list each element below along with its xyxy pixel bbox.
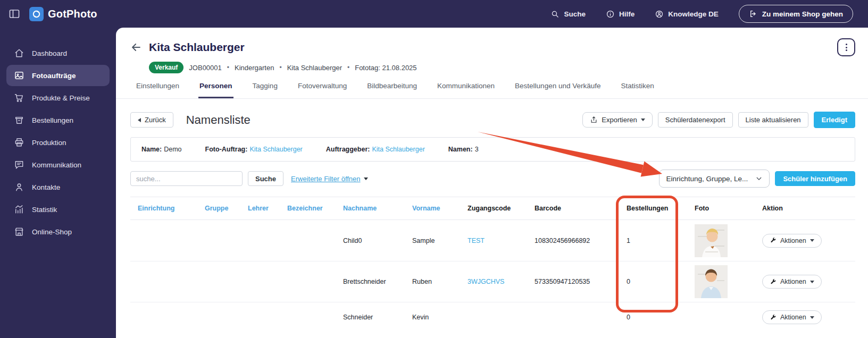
job-tabs: Einstellungen Personen Tagging Fotoverwa… [116, 82, 868, 99]
job-info-bar: Name:Demo Foto-Auftrag:Kita Schlauberger… [130, 137, 855, 162]
back-arrow-icon[interactable] [130, 41, 142, 53]
go-to-shop-button[interactable]: Zu meinem Shop gehen [739, 5, 853, 23]
table-row: Brettschneider Ruben 3WJGCHVS 5733509471… [130, 261, 855, 302]
student-photo[interactable] [695, 265, 728, 298]
gotphoto-logo-icon [29, 7, 44, 21]
caret-down-icon [641, 119, 645, 121]
topbar-nav: Suche Hilfe Knowledge DE Zu meinem Shop … [550, 5, 853, 23]
topbar: GotPhoto Suche Hilfe Knowledge DE Zu mei… [0, 0, 868, 28]
export-icon [590, 116, 598, 124]
add-student-button[interactable]: Schüler hinzufügen [775, 171, 855, 186]
storefront-icon [14, 226, 24, 237]
actions-button[interactable]: Aktionen [762, 275, 822, 289]
export-button[interactable]: Exportieren [582, 112, 652, 128]
job-meta: Verkauf JOB00001 • Kindergarten • Kita S… [149, 62, 855, 73]
stats-icon [14, 204, 24, 215]
table-header-row: Einrichtung Gruppe Lehrer Bezeichner Nac… [130, 197, 855, 220]
cell-zugangscode-link[interactable]: 3WJGCHVS [468, 278, 535, 285]
tab-statistiken[interactable]: Statistiken [620, 82, 655, 98]
col-foto: Foto [695, 205, 762, 212]
brand-name: GotPhoto [48, 8, 97, 20]
photo-job-link[interactable]: Kita Schlauberger [249, 146, 302, 153]
wrench-icon [770, 237, 777, 244]
export-button-label: Exportieren [602, 116, 637, 124]
tab-tagging[interactable]: Tagging [252, 82, 279, 98]
tab-bildbearbeitung[interactable]: Bildbearbeitung [366, 82, 418, 98]
list-title: Namensliste [186, 113, 251, 127]
advanced-filters-label: Erweiterte Filter öffnen [291, 175, 361, 183]
tab-personen[interactable]: Personen [198, 82, 233, 98]
tab-fotoverwaltung[interactable]: Fotoverwaltung [297, 82, 348, 98]
sidebar-item-produkte-preise[interactable]: Produkte & Preise [6, 87, 110, 108]
col-vorname[interactable]: Vorname [412, 205, 468, 212]
refresh-list-label: Liste aktualisieren [746, 116, 801, 124]
cell-vorname: Ruben [412, 278, 468, 285]
refresh-list-button[interactable]: Liste aktualisieren [738, 112, 808, 128]
back-button-label: Zurück [145, 116, 166, 124]
sidebar-item-bestellungen[interactable]: Bestellungen [6, 109, 110, 131]
person-icon [14, 182, 24, 192]
cell-zugangscode-link[interactable]: TEST [468, 237, 535, 244]
search-icon [550, 10, 560, 19]
sidebar-item-kommunikation[interactable]: Kommunikation [6, 154, 110, 175]
col-nachname[interactable]: Nachname [343, 205, 412, 212]
tab-einstellungen[interactable]: Einstellungen [135, 82, 180, 98]
cell-bestellungen: 1 [622, 237, 695, 244]
help-menu-item[interactable]: Hilfe [606, 10, 635, 19]
search-button-label: Suche [255, 175, 276, 183]
sidebar-item-label: Statistik [32, 206, 57, 214]
actions-button[interactable]: Aktionen [762, 234, 822, 248]
sidebar-item-produktion[interactable]: Produktion [6, 132, 110, 153]
col-lehrer[interactable]: Lehrer [248, 205, 287, 212]
cell-nachname: Schneider [343, 314, 412, 321]
tab-kommunikationen[interactable]: Kommunikationen [436, 82, 496, 98]
client-link[interactable]: Kita Schlauberger [372, 146, 424, 153]
sidebar-item-label: Online-Shop [32, 228, 72, 236]
advanced-filters-link[interactable]: Erweiterte Filter öffnen [291, 175, 368, 183]
col-bezeichner[interactable]: Bezeichner [287, 205, 343, 212]
cart-icon [14, 92, 24, 103]
tab-bestellungen-verkaeufe[interactable]: Bestellungen und Verkäufe [514, 82, 602, 98]
sidebar-item-statistik[interactable]: Statistik [6, 199, 110, 220]
photo-jobs-icon [14, 70, 24, 81]
photo-job-label: Foto-Auftrag: [205, 146, 248, 153]
cell-vorname: Kevin [412, 314, 468, 321]
client-label: Auftraggeber: [326, 146, 370, 153]
done-button[interactable]: Erledigt [814, 112, 855, 128]
sidebar-toggle-icon[interactable] [8, 7, 21, 20]
knowledge-menu-item[interactable]: Knowledge DE [655, 10, 719, 19]
name-value: Demo [164, 146, 181, 153]
info-icon [606, 10, 615, 19]
student-photo[interactable] [695, 224, 728, 257]
sidebar-item-dashboard[interactable]: Dashboard [6, 43, 110, 64]
bullet: • [347, 64, 349, 71]
sidebar-item-label: Kommunikation [32, 161, 81, 169]
actions-button-label: Aktionen [780, 237, 806, 244]
job-client: Kita Schlauberger [287, 64, 342, 72]
sidebar-item-kontakte[interactable]: Kontakte [6, 176, 110, 198]
column-filter-select[interactable]: Einrichtung, Gruppe, Le... [659, 170, 770, 188]
names-count-value: 3 [475, 146, 479, 153]
sidebar-item-fotoauftraege[interactable]: Fotoaufträge [6, 65, 110, 86]
student-data-export-label: Schülerdatenexport [665, 116, 725, 124]
status-badge: Verkauf [149, 62, 183, 73]
col-einrichtung[interactable]: Einrichtung [130, 205, 205, 212]
search-menu-item[interactable]: Suche [550, 10, 586, 19]
student-data-export-button[interactable]: Schülerdatenexport [658, 112, 733, 128]
col-gruppe[interactable]: Gruppe [205, 205, 248, 212]
name-label: Name: [141, 146, 162, 153]
done-button-label: Erledigt [822, 116, 847, 124]
kebab-menu-button[interactable] [837, 38, 855, 56]
job-title: Kita Schlauberger [149, 41, 245, 54]
printer-icon [14, 137, 24, 148]
search-button[interactable]: Suche [248, 171, 283, 186]
actions-button[interactable]: Aktionen [762, 310, 822, 324]
sidebar-item-label: Bestellungen [32, 116, 73, 124]
caret-down-icon [364, 178, 368, 180]
bullet: • [227, 64, 229, 71]
sidebar-item-online-shop[interactable]: Online-Shop [6, 221, 110, 242]
gotphoto-logo[interactable]: GotPhoto [29, 7, 97, 21]
search-input[interactable] [130, 171, 243, 186]
back-button[interactable]: Zurück [130, 112, 173, 128]
go-to-shop-label: Zu meinem Shop gehen [762, 10, 843, 18]
